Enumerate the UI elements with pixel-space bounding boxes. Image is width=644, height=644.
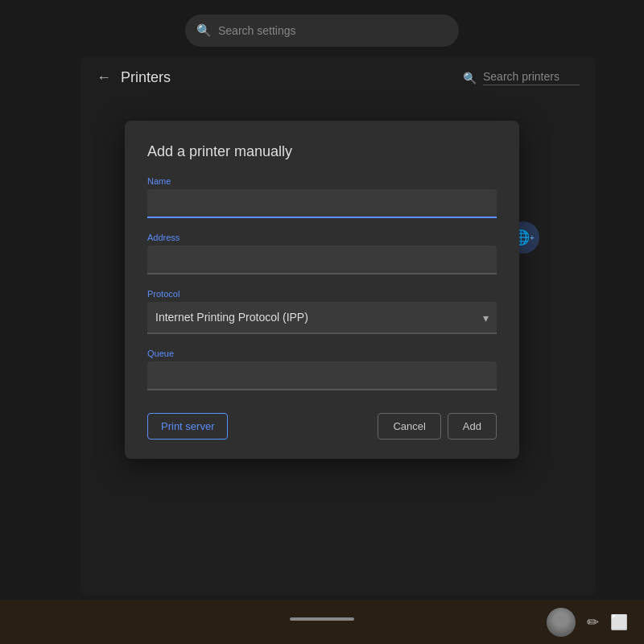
taskbar: ✏ ⬜	[0, 600, 644, 644]
queue-input[interactable]: ipp/print	[147, 361, 497, 390]
header-search: 🔍 Search printers	[463, 70, 580, 85]
address-input[interactable]	[147, 246, 497, 275]
protocol-label: Protocol	[147, 289, 497, 299]
search-icon-top: 🔍	[196, 23, 212, 38]
name-input[interactable]	[147, 189, 497, 218]
dialog-footer: Print server Cancel Add	[147, 413, 497, 440]
cancel-button[interactable]: Cancel	[378, 413, 440, 440]
print-server-button[interactable]: Print server	[147, 413, 228, 440]
protocol-select[interactable]: Internet Printing Protocol (IPP) Interne…	[147, 302, 497, 334]
queue-label: Queue	[147, 349, 497, 358]
add-printer-dialog: Add a printer manually Name Address Prot…	[125, 121, 519, 459]
header-left: ← Printers	[97, 69, 171, 86]
taskbar-right: ✏ ⬜	[547, 608, 628, 637]
top-search-input[interactable]	[218, 24, 448, 37]
top-search-bar[interactable]: 🔍	[185, 14, 459, 47]
queue-field-group: Queue ipp/print	[147, 349, 497, 390]
taskbar-avatar[interactable]	[547, 608, 576, 637]
taskbar-home-bar[interactable]	[290, 617, 354, 621]
pencil-icon[interactable]: ✏	[587, 613, 599, 631]
search-icon-header: 🔍	[463, 72, 477, 85]
address-field-group: Address	[147, 233, 497, 275]
name-field-group: Name	[147, 176, 497, 218]
header-bar: ← Printers 🔍 Search printers	[80, 56, 596, 99]
back-button[interactable]: ←	[97, 69, 111, 86]
protocol-select-wrapper: Internet Printing Protocol (IPP) Interne…	[147, 302, 497, 334]
add-button[interactable]: Add	[448, 413, 497, 440]
page-title: Printers	[121, 69, 171, 86]
protocol-field-group: Protocol Internet Printing Protocol (IPP…	[147, 289, 497, 334]
address-label: Address	[147, 233, 497, 242]
name-label: Name	[147, 176, 497, 186]
dialog-actions: Cancel Add	[378, 413, 497, 440]
header-search-text[interactable]: Search printers	[483, 70, 580, 85]
back-icon: ←	[97, 69, 111, 86]
avatar-image	[547, 608, 576, 637]
dialog-title: Add a printer manually	[147, 143, 497, 160]
tablet-icon[interactable]: ⬜	[610, 613, 628, 631]
